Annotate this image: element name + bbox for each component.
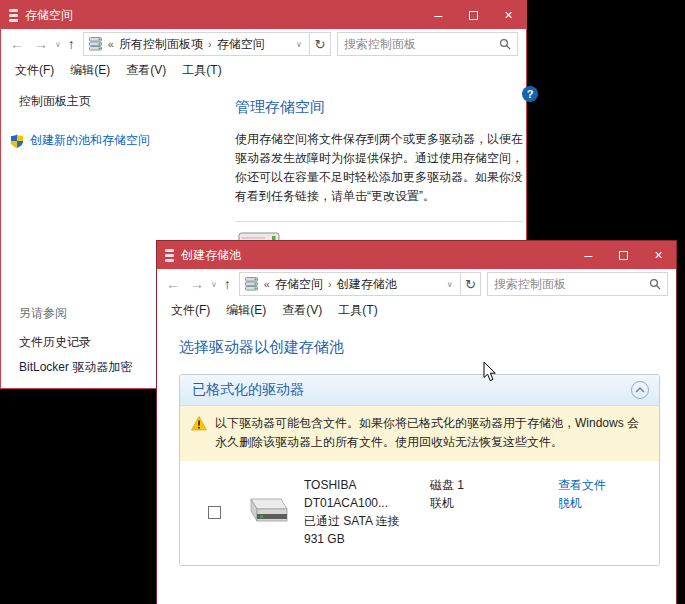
hard-drive-icon — [241, 496, 289, 526]
drive-connection: 已通过 SATA 连接 — [304, 512, 430, 530]
forward-icon[interactable]: → — [29, 36, 53, 52]
drive-row: TOSHIBA DT01ACA100... 已通过 SATA 连接 931 GB… — [180, 461, 659, 565]
address-bar[interactable]: « 存储空间 › 创建存储池 ∨ — [239, 272, 461, 296]
warning-icon — [191, 416, 207, 431]
minimize-button[interactable]: – — [421, 1, 456, 29]
storage-app-icon — [165, 249, 174, 262]
search-box[interactable] — [487, 272, 668, 296]
breadcrumb-separator-icon: › — [208, 38, 212, 50]
address-toolbar: ← → ∨ ↑ « 所有控制面板项 › 存储空间 ∨ ↻ — [1, 29, 526, 59]
sidebar-item-file-history[interactable]: 文件历史记录 — [19, 334, 132, 351]
close-button[interactable]: × — [491, 1, 526, 29]
minimize-button[interactable]: – — [571, 241, 606, 269]
maximize-button[interactable] — [606, 241, 641, 269]
divider — [235, 221, 523, 222]
back-icon[interactable]: ← — [161, 276, 185, 292]
recent-pages-icon[interactable]: ∨ — [53, 40, 63, 49]
close-button[interactable]: × — [641, 241, 676, 269]
search-box[interactable] — [337, 32, 518, 56]
search-input[interactable] — [494, 277, 649, 291]
formatted-drives-section: 已格式化的驱动器 以下驱动器可能包含文件。如果你将已格式化的驱动器用于存储池，W… — [179, 374, 660, 566]
storage-app-icon — [9, 9, 18, 22]
menu-file[interactable]: 文件(F) — [7, 62, 62, 79]
warning-banner: 以下驱动器可能包含文件。如果你将已格式化的驱动器用于存储池，Windows 会永… — [180, 406, 659, 461]
window-title: 创建存储池 — [181, 247, 241, 264]
forward-icon[interactable]: → — [185, 276, 209, 292]
menu-tools[interactable]: 工具(T) — [330, 302, 385, 319]
menu-tools[interactable]: 工具(T) — [174, 62, 229, 79]
search-input[interactable] — [344, 37, 499, 51]
address-dropdown-icon[interactable]: ∨ — [293, 40, 305, 49]
sidebar-item-control-panel-home[interactable]: 控制面板主页 — [19, 93, 219, 110]
take-offline-link[interactable]: 脱机 — [558, 494, 606, 512]
address-dropdown-icon[interactable]: ∨ — [444, 280, 456, 289]
menu-file[interactable]: 文件(F) — [163, 302, 218, 319]
breadcrumb-item-create-pool[interactable]: 创建存储池 — [337, 276, 397, 293]
storage-spaces-description: 使用存储空间将文件保存到两个或更多驱动器，以便在驱动器发生故障时为你提供保护。通… — [235, 130, 528, 206]
sidebar-item-create-pool[interactable]: 创建新的池和存储空间 — [10, 132, 219, 149]
chevron-up-icon — [635, 387, 645, 393]
titlebar[interactable]: 存储空间 – × — [1, 1, 526, 29]
breadcrumb-guillemet: « — [108, 38, 114, 50]
up-icon[interactable]: ↑ — [63, 36, 80, 52]
titlebar[interactable]: 创建存储池 – × — [157, 241, 676, 269]
back-icon[interactable]: ← — [5, 36, 29, 52]
menu-view[interactable]: 查看(V) — [118, 62, 174, 79]
refresh-icon[interactable]: ↻ — [461, 272, 481, 296]
menu-view[interactable]: 查看(V) — [274, 302, 330, 319]
breadcrumb-item-all-control-panel[interactable]: 所有控制面板项 — [119, 36, 203, 53]
menu-bar: 文件(F) 编辑(E) 查看(V) 工具(T) — [1, 59, 526, 81]
formatted-drives-header[interactable]: 已格式化的驱动器 — [180, 375, 659, 406]
see-also-heading: 另请参阅 — [19, 305, 132, 322]
view-files-link[interactable]: 查看文件 — [558, 476, 606, 494]
breadcrumb-item-storage-spaces[interactable]: 存储空间 — [275, 276, 323, 293]
address-location-icon — [245, 277, 258, 291]
uac-shield-icon — [10, 134, 24, 148]
menu-bar: 文件(F) 编辑(E) 查看(V) 工具(T) — [157, 299, 676, 321]
breadcrumb-guillemet: « — [264, 278, 270, 290]
window-title: 存储空间 — [25, 7, 73, 24]
main-pane: 选择驱动器以创建存储池 已格式化的驱动器 以下驱动器可能包含文件。如果你将已格式… — [157, 321, 676, 604]
formatted-drives-title: 已格式化的驱动器 — [192, 381, 304, 399]
breadcrumb-item-storage-spaces[interactable]: 存储空间 — [217, 36, 265, 53]
menu-edit[interactable]: 编辑(E) — [218, 302, 274, 319]
maximize-icon — [469, 11, 478, 20]
address-location-icon — [89, 37, 102, 51]
address-bar[interactable]: « 所有控制面板项 › 存储空间 ∨ — [83, 32, 310, 56]
sidebar-create-pool-label: 创建新的池和存储空间 — [30, 132, 150, 149]
drive-status: 联机 — [430, 494, 558, 512]
breadcrumb-separator-icon: › — [328, 278, 332, 290]
search-icon — [499, 38, 511, 50]
warning-text: 以下驱动器可能包含文件。如果你将已格式化的驱动器用于存储池，Windows 会永… — [215, 414, 645, 452]
create-storage-pool-window: 创建存储池 – × ← → ∨ ↑ « 存储空间 › 创建存 — [156, 240, 677, 604]
drive-name: TOSHIBA DT01ACA100... — [304, 476, 430, 512]
search-icon — [649, 278, 661, 290]
address-toolbar: ← → ∨ ↑ « 存储空间 › 创建存储池 ∨ ↻ — [157, 269, 676, 299]
sidebar-item-bitlocker[interactable]: BitLocker 驱动器加密 — [19, 359, 132, 376]
page-title: 选择驱动器以创建存储池 — [179, 338, 676, 357]
help-icon[interactable]: ? — [522, 86, 538, 102]
drive-disk-number: 磁盘 1 — [430, 476, 558, 494]
recent-pages-icon[interactable]: ∨ — [209, 280, 219, 289]
maximize-button[interactable] — [456, 1, 491, 29]
collapse-section-button[interactable] — [631, 381, 649, 399]
page-title: 管理存储空间 — [235, 98, 528, 117]
refresh-icon[interactable]: ↻ — [310, 32, 331, 56]
up-icon[interactable]: ↑ — [219, 276, 236, 292]
maximize-icon — [619, 251, 628, 260]
drive-size: 931 GB — [304, 530, 430, 548]
menu-edit[interactable]: 编辑(E) — [62, 62, 118, 79]
drive-checkbox[interactable] — [208, 506, 221, 519]
